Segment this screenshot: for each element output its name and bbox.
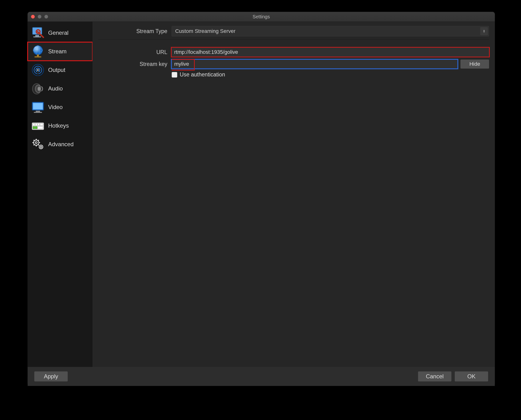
svg-rect-25 — [40, 124, 43, 126]
svg-point-4 — [33, 45, 43, 55]
url-input[interactable] — [171, 48, 489, 57]
divider — [98, 39, 489, 39]
sidebar-item-general[interactable]: General — [28, 23, 93, 42]
sidebar-item-label: Stream — [48, 48, 67, 55]
use-auth-checkbox[interactable] — [171, 72, 177, 78]
svg-rect-23 — [35, 124, 37, 126]
speaker-icon — [31, 82, 45, 96]
svg-line-38 — [38, 140, 39, 141]
svg-line-35 — [34, 140, 34, 141]
sidebar-item-audio[interactable]: Audio — [28, 79, 93, 98]
sidebar-item-label: Audio — [48, 85, 63, 92]
svg-rect-1 — [35, 35, 39, 37]
window-title: Settings — [28, 12, 495, 22]
row-stream-key: Stream key Hide — [98, 60, 489, 68]
stream-type-value: Custom Streaming Server — [175, 28, 235, 34]
sidebar: General Stream — [28, 22, 93, 367]
svg-rect-28 — [38, 127, 43, 129]
stream-key-label: Stream key — [98, 61, 171, 68]
svg-line-37 — [34, 144, 34, 145]
svg-point-30 — [35, 142, 37, 143]
row-stream-type: Stream Type Custom Streaming Server ▲▼ — [98, 26, 489, 37]
svg-rect-2 — [33, 37, 41, 38]
chevron-up-down-icon: ▲▼ — [480, 27, 488, 35]
sidebar-item-label: Advanced — [48, 141, 74, 148]
svg-point-29 — [34, 140, 39, 145]
content-pane: Stream Type Custom Streaming Server ▲▼ U… — [93, 22, 495, 367]
footer: Apply Cancel OK — [28, 367, 495, 386]
display-icon — [31, 100, 45, 114]
row-use-auth: Use authentication — [98, 71, 489, 78]
svg-line-36 — [38, 144, 39, 145]
svg-point-16 — [38, 87, 40, 91]
use-auth-label: Use authentication — [180, 71, 225, 78]
svg-rect-7 — [37, 54, 39, 56]
stream-key-input[interactable] — [171, 60, 458, 68]
svg-point-13 — [37, 69, 39, 71]
svg-rect-8 — [35, 56, 41, 57]
globe-icon — [31, 45, 45, 58]
sidebar-item-label: Hotkeys — [48, 122, 69, 129]
sidebar-item-label: General — [48, 30, 68, 36]
svg-rect-18 — [33, 103, 43, 109]
url-label: URL — [98, 49, 171, 55]
sidebar-item-stream[interactable]: Stream — [28, 42, 93, 61]
settings-window: Settings General — [28, 12, 495, 386]
svg-rect-27 — [35, 127, 37, 129]
sidebar-item-video[interactable]: Video — [28, 98, 93, 116]
sidebar-item-label: Output — [48, 67, 65, 73]
svg-point-40 — [40, 146, 42, 148]
ok-button[interactable]: OK — [455, 371, 488, 382]
keyboard-icon — [31, 119, 45, 133]
monitor-wrench-icon — [31, 26, 45, 40]
row-url: URL — [98, 48, 489, 57]
svg-rect-22 — [33, 124, 35, 126]
gears-icon — [31, 137, 45, 151]
broadcast-tower-icon — [31, 63, 45, 77]
apply-button[interactable]: Apply — [34, 371, 68, 382]
svg-rect-26 — [33, 127, 35, 129]
stream-type-label: Stream Type — [98, 28, 171, 35]
sidebar-item-hotkeys[interactable]: Hotkeys — [28, 116, 93, 135]
sidebar-item-output[interactable]: Output — [28, 61, 93, 79]
sidebar-item-label: Video — [48, 104, 63, 111]
hide-button[interactable]: Hide — [460, 60, 489, 68]
svg-rect-24 — [38, 124, 39, 126]
svg-point-39 — [39, 145, 43, 149]
titlebar: Settings — [28, 12, 495, 22]
sidebar-item-advanced[interactable]: Advanced — [28, 135, 93, 154]
svg-rect-20 — [34, 112, 42, 113]
svg-rect-19 — [36, 111, 40, 112]
stream-type-select[interactable]: Custom Streaming Server ▲▼ — [171, 26, 489, 37]
cancel-button[interactable]: Cancel — [418, 371, 451, 382]
